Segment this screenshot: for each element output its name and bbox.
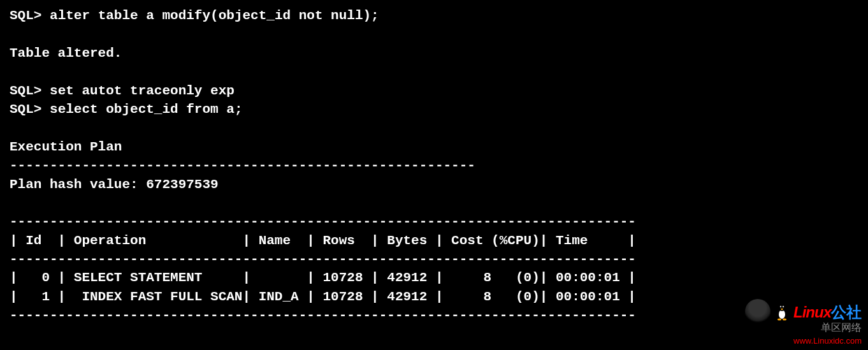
svg-point-1 — [779, 310, 785, 319]
sql-command-line[interactable]: SQL> select object_id from a; — [10, 100, 858, 119]
plan-table-border-mid: ----------------------------------------… — [10, 250, 858, 268]
response-altered: Table altered. — [10, 44, 858, 62]
sql-prompt: SQL> — [10, 84, 41, 98]
svg-point-5 — [781, 307, 781, 307]
plan-table-border-bottom: ----------------------------------------… — [10, 306, 858, 324]
plan-hash: Plan hash value: 672397539 — [10, 175, 858, 194]
plan-table-border-top: ----------------------------------------… — [10, 212, 858, 231]
exec-plan-header: Execution Plan — [10, 138, 858, 156]
dash-line: ----------------------------------------… — [10, 156, 858, 175]
plan-table-row-1: | 1 | INDEX FAST FULL SCAN| IND_A | 1072… — [10, 288, 858, 306]
sql-prompt: SQL> — [10, 8, 41, 23]
watermark-url: www.Linuxidc.com — [745, 335, 862, 347]
sql-command-line[interactable]: SQL> alter table a modify(object_id not … — [10, 6, 858, 25]
terminal-output: SQL> alter table a modify(object_id not … — [10, 6, 858, 325]
svg-point-6 — [783, 307, 784, 307]
sql-command-line[interactable]: SQL> set autot traceonly exp — [10, 82, 858, 100]
penguin-icon — [774, 303, 790, 321]
sql-select-cmd: select object_id from a; — [50, 102, 242, 117]
svg-point-9 — [783, 319, 786, 321]
plan-table-row-0: | 0 | SELECT STATEMENT | | 10728 | 42912… — [10, 268, 858, 287]
watermark: Linux公社 单区网络 www.Linuxidc.com — [745, 299, 862, 347]
sql-alter-cmd: alter table a modify(object_id not null)… — [50, 8, 379, 23]
sql-prompt: SQL> — [10, 102, 41, 117]
watermark-brand: Linux — [793, 303, 831, 321]
sql-autot-cmd: set autot traceonly exp — [50, 84, 235, 98]
mushroom-icon — [745, 299, 770, 324]
plan-table-header: | Id | Operation | Name | Rows | Bytes |… — [10, 231, 858, 250]
watermark-suffix: 公社 — [831, 303, 862, 321]
svg-point-8 — [778, 319, 781, 321]
